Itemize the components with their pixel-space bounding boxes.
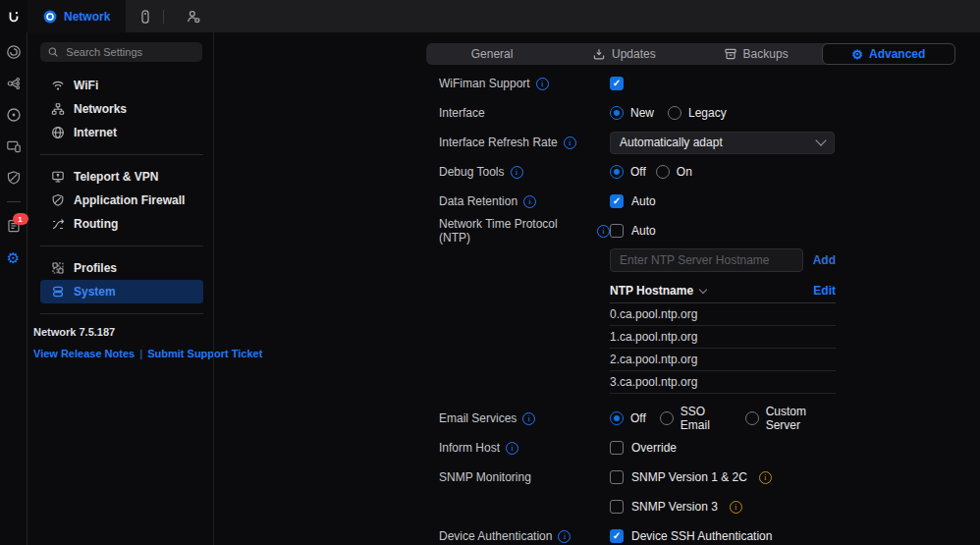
label-text: SNMP Monitoring <box>439 470 531 484</box>
row-snmp-v1-2c: SNMP Monitoring SNMP Version 1 & 2C <box>439 463 836 492</box>
sidebar-divider <box>40 245 203 246</box>
clients-icon[interactable] <box>6 138 22 154</box>
radio-option-new[interactable]: New <box>610 106 654 120</box>
edit-button[interactable]: Edit <box>813 284 836 298</box>
tab-general[interactable]: General <box>426 43 558 65</box>
sidebar-item-system[interactable]: System <box>40 280 203 303</box>
view-release-notes-link[interactable]: View Release Notes <box>33 348 135 359</box>
ntp-hostname-table: NTP Hostname Edit 0.ca.pool.ntp.org 1.ca… <box>610 279 836 394</box>
teleport-vpn-icon <box>51 170 65 184</box>
sidebar-divider <box>40 154 203 155</box>
table-row: 3.ca.pool.ntp.org <box>610 371 836 394</box>
sidebar-item-label: System <box>74 285 116 299</box>
sidebar-item-profiles[interactable]: Profiles <box>40 256 203 280</box>
refresh-rate-select[interactable]: Automatically adapt <box>610 132 835 154</box>
device-ssh-authentication[interactable]: Device SSH Authentication <box>610 529 772 543</box>
unifi-device-icon[interactable] <box>137 9 153 25</box>
label-text: Inform Host <box>439 441 500 455</box>
snmp-v3-checkbox[interactable]: SNMP Version 3 <box>610 500 742 514</box>
checkbox-checked-icon <box>610 529 624 543</box>
data-retention-auto[interactable]: Auto <box>610 194 656 208</box>
snmp-v1-2c-checkbox[interactable]: SNMP Version 1 & 2C <box>610 470 772 484</box>
radio-selected-icon <box>610 411 624 425</box>
info-icon[interactable] <box>506 442 518 455</box>
table-row: 1.ca.pool.ntp.org <box>610 326 836 349</box>
tab-label: Updates <box>612 47 656 61</box>
settings-sidebar: WiFi Networks Internet <box>27 32 213 545</box>
system-log-icon[interactable]: 1 <box>6 218 22 234</box>
sidebar-item-wifi[interactable]: WiFi <box>40 74 203 97</box>
search-input[interactable] <box>64 45 194 59</box>
radio-option-on[interactable]: On <box>656 165 692 179</box>
ubiquiti-logo[interactable] <box>0 0 27 32</box>
warning-info-icon[interactable] <box>730 501 742 514</box>
radio-icon <box>656 165 670 179</box>
topology-icon[interactable] <box>6 76 22 91</box>
add-button[interactable]: Add <box>813 253 836 267</box>
setting-label: SNMP Monitoring <box>439 470 610 484</box>
search-icon <box>48 46 58 58</box>
info-icon[interactable] <box>522 412 535 425</box>
wifiman-checkbox[interactable] <box>610 77 624 90</box>
tab-backups[interactable]: Backups <box>690 43 822 65</box>
row-interface-refresh-rate: Interface Refresh Rate Automatically ada… <box>439 128 836 157</box>
system-stack-icon <box>51 285 65 299</box>
controller-version: Network 7.5.187 <box>33 326 203 338</box>
checkbox-label: Auto <box>631 194 656 208</box>
radio-icon <box>745 411 759 425</box>
sidebar-item-internet[interactable]: Internet <box>40 121 203 144</box>
checkbox-icon <box>610 500 624 514</box>
row-ntp-add: Add <box>610 245 836 275</box>
setting-label: WiFiman Support <box>439 77 610 90</box>
radio-icon <box>660 411 674 425</box>
inform-host-override[interactable]: Override <box>610 441 677 455</box>
advanced-gear-icon <box>851 48 863 61</box>
tab-label: General <box>471 47 514 61</box>
sidebar-item-networks[interactable]: Networks <box>40 97 203 121</box>
radio-option-sso-email[interactable]: SSO Email <box>660 405 732 432</box>
ntp-auto[interactable]: Auto <box>610 224 656 238</box>
users-icon[interactable] <box>186 9 201 25</box>
checkbox-icon <box>610 470 624 484</box>
checkbox-label: Auto <box>631 224 656 238</box>
network-app-tab[interactable]: Network <box>27 0 126 32</box>
sidebar-item-application-firewall[interactable]: Application Firewall <box>40 189 203 212</box>
radio-option-custom-server[interactable]: Custom Server <box>745 405 836 432</box>
radio-option-off[interactable]: Off <box>610 405 646 432</box>
label-text: Email Services <box>439 411 517 425</box>
tab-updates[interactable]: Updates <box>558 43 689 65</box>
radio-label: Off <box>630 411 646 425</box>
top-bar: Network <box>0 0 980 32</box>
insights-shield-icon[interactable] <box>6 170 22 186</box>
sidebar-item-routing[interactable]: Routing <box>40 212 203 236</box>
radio-icon <box>668 106 681 120</box>
setting-label: Data Retention <box>439 194 610 208</box>
sidebar-item-label: Networks <box>74 102 127 116</box>
info-icon[interactable] <box>536 78 549 90</box>
info-icon[interactable] <box>523 195 536 208</box>
info-icon[interactable] <box>511 166 523 179</box>
sidebar-item-label: WiFi <box>74 79 98 92</box>
info-icon[interactable] <box>558 530 571 543</box>
tab-label: Backups <box>743 47 789 61</box>
ntp-hostname-column-header[interactable]: NTP Hostname <box>610 284 706 298</box>
setting-label: Interface Refresh Rate <box>439 136 610 149</box>
settings-gear-icon[interactable] <box>6 249 22 265</box>
settings-search[interactable] <box>40 42 202 62</box>
sidebar-item-teleport-vpn[interactable]: Teleport & VPN <box>40 165 203 189</box>
radio-option-off[interactable]: Off <box>610 165 646 179</box>
checkbox-icon <box>610 441 624 455</box>
radio-option-legacy[interactable]: Legacy <box>668 106 727 120</box>
profiles-grid-icon <box>51 261 65 275</box>
dashboard-icon[interactable] <box>6 44 22 60</box>
setting-label: Network Time Protocol (NTP) <box>439 217 610 245</box>
ntp-hostname-input[interactable] <box>610 248 803 272</box>
info-icon[interactable] <box>564 136 576 149</box>
radio-label: On <box>677 165 692 179</box>
network-app-label: Network <box>64 10 110 24</box>
unifi-devices-icon[interactable] <box>6 107 22 123</box>
info-icon[interactable] <box>597 225 610 238</box>
tab-advanced[interactable]: Advanced <box>822 43 955 65</box>
warning-info-icon[interactable] <box>759 471 772 484</box>
row-data-retention: Data Retention Auto <box>439 187 836 216</box>
